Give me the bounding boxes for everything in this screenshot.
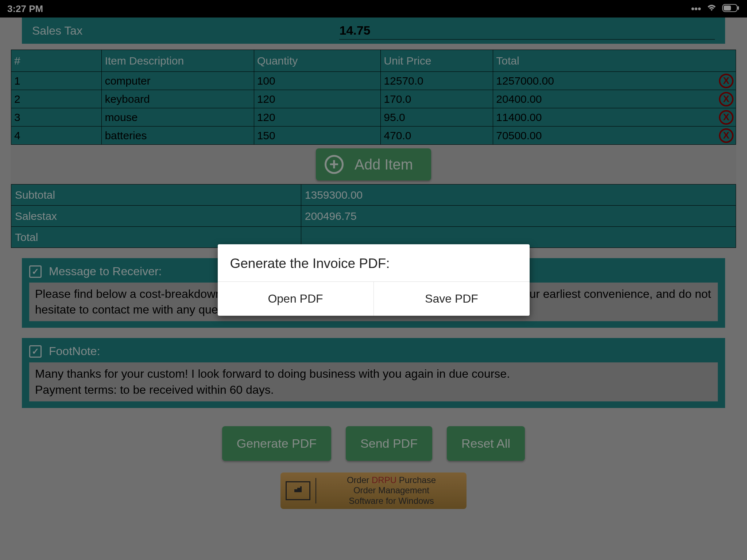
modal-overlay[interactable]: Generate the Invoice PDF: Open PDF Save … — [0, 0, 747, 560]
save-pdf-button[interactable]: Save PDF — [374, 282, 530, 316]
pdf-dialog: Generate the Invoice PDF: Open PDF Save … — [218, 244, 530, 316]
open-pdf-button[interactable]: Open PDF — [218, 282, 374, 316]
dialog-title: Generate the Invoice PDF: — [218, 244, 530, 282]
